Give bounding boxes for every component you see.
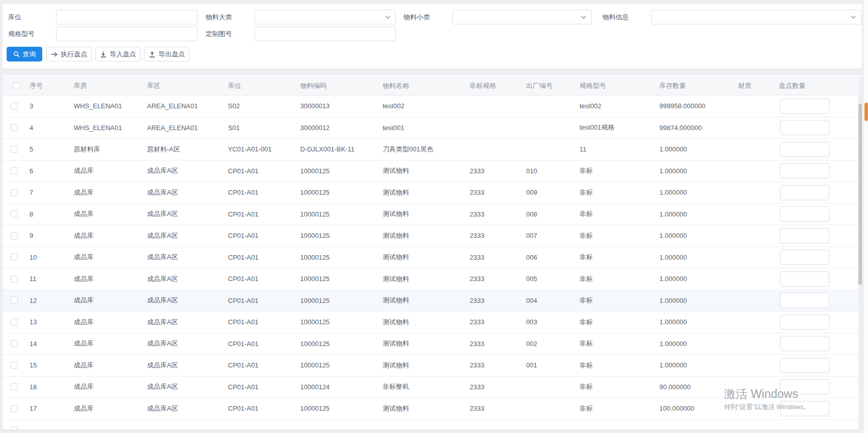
- cell-stock: 99874.000000: [655, 124, 734, 132]
- cell-warehouse: 成品库: [70, 361, 143, 370]
- material-info-label: 物料信息: [602, 13, 629, 22]
- table-row: 9成品库成品库A区CP01-A0110000125测试物料2333007非标1.…: [3, 225, 862, 247]
- cell-code: D-DJLX001-BK-11: [296, 145, 379, 153]
- cell-warehouse: 成品库: [70, 188, 143, 197]
- cell-warehouse: 原材料库: [70, 145, 143, 154]
- table-row: 13成品库成品库A区CP01-A0110000125测试物料2333003非标1…: [3, 312, 862, 333]
- filter-group-material-subcategory: 物料小类: [403, 10, 430, 24]
- row-checkbox[interactable]: [11, 362, 18, 369]
- column-header-location: 库位: [224, 81, 296, 90]
- count-qty-input[interactable]: [780, 271, 829, 287]
- row-checkbox[interactable]: [11, 297, 18, 304]
- location-filter-input[interactable]: [56, 10, 197, 24]
- count-qty-input[interactable]: [780, 401, 829, 416]
- import-count-button[interactable]: 导入盘点: [95, 47, 140, 61]
- count-qty-input[interactable]: [780, 99, 829, 114]
- cell-seq: 17: [25, 405, 70, 412]
- search-button[interactable]: 查询: [7, 47, 42, 61]
- cell-stock: 1.000000: [655, 340, 734, 348]
- count-qty-input[interactable]: [780, 163, 829, 178]
- cell-name: 测试物料: [379, 296, 466, 305]
- cell-name: 测试物料: [379, 404, 466, 413]
- cell-count: [775, 293, 856, 308]
- cell-seq: 11: [25, 275, 70, 283]
- cell-seq: 7: [25, 189, 70, 196]
- row-checkbox[interactable]: [11, 426, 18, 429]
- count-qty-input[interactable]: [780, 358, 829, 373]
- row-checkbox[interactable]: [11, 340, 18, 347]
- page-scrollbar-track[interactable]: [863, 0, 868, 433]
- row-checkbox[interactable]: [11, 124, 18, 131]
- column-header-warehouse: 库房: [70, 81, 143, 90]
- count-qty-input[interactable]: [780, 336, 829, 351]
- row-checkbox[interactable]: [11, 275, 18, 283]
- table-row: 4WHS_ELENA01AREA_ELENA01S0130000012test0…: [3, 117, 862, 139]
- table-scrollbar-thumb[interactable]: [858, 104, 862, 285]
- cell-name: 测试物料: [379, 209, 466, 219]
- cell-name: 测试物料: [379, 361, 466, 370]
- count-qty-input[interactable]: [780, 379, 829, 394]
- row-checkbox[interactable]: [11, 210, 18, 218]
- row-checkbox[interactable]: [11, 254, 18, 261]
- count-qty-input[interactable]: [780, 120, 829, 135]
- cell-name: 测试物料: [379, 253, 466, 262]
- cell-count: [775, 228, 856, 243]
- count-qty-input[interactable]: [780, 293, 829, 308]
- cell-warehouse: WHS_ELENA01: [70, 102, 143, 110]
- count-qty-input[interactable]: [780, 206, 829, 222]
- cell-location: CP01-A01: [224, 232, 296, 239]
- cell-location: S01: [224, 124, 296, 132]
- cell-seq: 9: [25, 232, 70, 239]
- custom-drawing-input[interactable]: [254, 26, 396, 41]
- cell-seq: 3: [25, 102, 70, 110]
- count-qty-input[interactable]: [780, 185, 829, 200]
- row-checkbox[interactable]: [11, 167, 18, 174]
- execute-count-button[interactable]: 执行盘点: [46, 47, 92, 61]
- material-category-label: 物料大类: [206, 13, 232, 22]
- cell-seq: 8: [25, 210, 70, 218]
- row-checkbox[interactable]: [11, 232, 18, 239]
- row-select-cell: [3, 362, 25, 369]
- cell-seq: 12: [25, 297, 70, 304]
- table-row: 8成品库成品库A区CP01-A0110000125测试物料2333008非标1.…: [3, 204, 862, 226]
- cell-stock: 90.000000: [655, 383, 734, 391]
- material-category-select[interactable]: [254, 10, 396, 24]
- cell-stock: 1.000000: [655, 275, 734, 283]
- cell-warehouse: 成品库: [70, 231, 143, 240]
- select-all-checkbox[interactable]: [13, 82, 20, 89]
- table-scrollbar-track[interactable]: [858, 76, 862, 429]
- chevron-down-icon: [580, 14, 587, 21]
- execute-count-label: 执行盘点: [61, 50, 88, 59]
- count-qty-input[interactable]: [780, 228, 829, 243]
- row-checkbox[interactable]: [11, 405, 18, 412]
- cell-name: 非标整机: [379, 382, 466, 391]
- count-qty-input[interactable]: [780, 142, 829, 157]
- count-qty-input[interactable]: [780, 315, 829, 330]
- cell-name: 测试物料: [379, 188, 466, 197]
- material-info-select[interactable]: [651, 10, 861, 24]
- select-all-cell: [3, 82, 25, 89]
- count-qty-input[interactable]: [780, 250, 829, 265]
- cell-count: [775, 358, 856, 373]
- column-header-stock: 库存数量: [655, 81, 734, 90]
- row-checkbox[interactable]: [11, 319, 18, 326]
- row-checkbox[interactable]: [11, 189, 18, 196]
- export-count-button[interactable]: 导出盘点: [144, 47, 189, 61]
- cell-nonstd: 2333: [466, 318, 522, 326]
- cell-location: CP01-A01: [224, 297, 296, 304]
- page-scrollbar-thumb[interactable]: [864, 103, 868, 121]
- cell-name: test001: [379, 124, 466, 132]
- row-select-cell: [3, 189, 25, 196]
- row-select-cell: [3, 383, 25, 390]
- row-checkbox[interactable]: [11, 383, 18, 390]
- table-row: 11成品库成品库A区CP01-A0110000125测试物料2333005非标1…: [3, 268, 862, 290]
- spec-model-input[interactable]: [56, 26, 197, 41]
- row-checkbox[interactable]: [11, 103, 18, 110]
- cell-location: CP01-A01: [224, 254, 296, 261]
- row-checkbox[interactable]: [11, 146, 18, 153]
- material-subcategory-select[interactable]: [452, 10, 592, 24]
- cell-factory: 004: [522, 297, 575, 304]
- cell-code: 10000125: [296, 275, 379, 283]
- cell-factory: 006: [522, 254, 575, 261]
- column-header-area: 库区: [143, 81, 224, 90]
